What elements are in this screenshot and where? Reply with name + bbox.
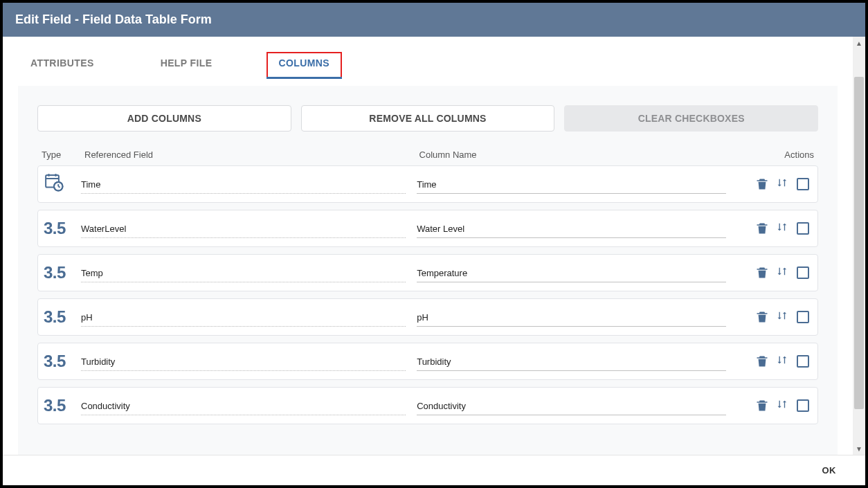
vertical-scrollbar[interactable]: ▲ ▼ [853, 37, 865, 455]
row-checkbox[interactable] [797, 178, 809, 190]
number-type-badge: 3.5 [44, 219, 66, 238]
column-name-value: Turbidity [417, 356, 451, 367]
number-type-badge: 3.5 [44, 307, 66, 327]
dialog-window: Edit Field - Field Data Table Form ATTRI… [3, 3, 865, 485]
scroll-up-icon[interactable]: ▲ [853, 37, 865, 49]
reorder-icon[interactable] [776, 266, 790, 280]
actions-cell [737, 266, 809, 280]
referenced-field-cell[interactable]: Temp [81, 268, 417, 278]
referenced-field-cell[interactable]: Conductivity [81, 401, 417, 411]
delete-icon[interactable] [755, 222, 769, 235]
type-cell [44, 172, 81, 197]
number-type-badge: 3.5 [44, 396, 66, 415]
delete-icon[interactable] [755, 310, 769, 324]
main-panel: ATTRIBUTES HELP FILE COLUMNS ADD COLUMNS… [3, 37, 853, 455]
table-row: 3.5WaterLevelWater Level [37, 210, 818, 247]
actions-cell [737, 310, 809, 324]
column-name-cell[interactable]: Time [417, 179, 737, 190]
row-checkbox[interactable] [797, 266, 809, 279]
referenced-field-value: Conductivity [81, 401, 130, 411]
tab-label: COLUMNS [279, 57, 330, 69]
type-cell: 3.5 [44, 352, 81, 371]
number-type-badge: 3.5 [44, 352, 66, 371]
referenced-field-value: Time [81, 179, 100, 190]
column-name-value: Conductivity [417, 401, 466, 411]
type-cell: 3.5 [44, 219, 81, 238]
tab-label: HELP FILE [161, 57, 213, 69]
header-column-name: Column Name [419, 150, 738, 160]
table-row: 3.5pHpH [37, 298, 818, 336]
delete-icon[interactable] [755, 266, 769, 280]
header-actions: Actions [738, 150, 814, 160]
toolbar: ADD COLUMNS REMOVE ALL COLUMNS CLEAR CHE… [37, 105, 818, 132]
type-cell: 3.5 [44, 307, 81, 327]
reorder-icon[interactable] [776, 310, 790, 324]
content-area: ATTRIBUTES HELP FILE COLUMNS ADD COLUMNS… [3, 37, 865, 455]
table-row: 3.5TempTemperature [37, 254, 818, 291]
tab-label: ATTRIBUTES [30, 57, 94, 69]
reorder-icon[interactable] [776, 222, 790, 235]
tab-help-file[interactable]: HELP FILE [148, 52, 225, 78]
scrollbar-thumb[interactable] [854, 77, 864, 409]
referenced-field-value: pH [81, 312, 93, 323]
referenced-field-value: WaterLevel [81, 224, 126, 234]
row-checkbox[interactable] [797, 311, 809, 323]
column-name-cell[interactable]: Turbidity [417, 356, 737, 367]
delete-icon[interactable] [755, 177, 769, 191]
header-type: Type [42, 150, 84, 160]
table-header: Type Referenced Field Column Name Action… [37, 150, 818, 165]
actions-cell [737, 399, 809, 413]
button-label: OK [822, 465, 837, 476]
number-type-badge: 3.5 [44, 263, 66, 282]
add-columns-button[interactable]: ADD COLUMNS [37, 105, 291, 132]
column-name-value: pH [417, 312, 428, 323]
row-checkbox[interactable] [797, 399, 809, 412]
reorder-icon[interactable] [776, 399, 790, 413]
column-name-value: Water Level [417, 224, 464, 234]
scroll-down-icon[interactable]: ▼ [853, 442, 865, 455]
tab-columns[interactable]: COLUMNS [266, 52, 343, 78]
dialog-title: Edit Field - Field Data Table Form [15, 12, 212, 26]
row-checkbox[interactable] [797, 222, 809, 235]
reorder-icon[interactable] [776, 354, 790, 368]
actions-cell [737, 177, 809, 191]
referenced-field-cell[interactable]: pH [81, 312, 417, 323]
column-name-cell[interactable]: Conductivity [417, 401, 737, 411]
clear-checkboxes-button[interactable]: CLEAR CHECKBOXES [564, 105, 818, 132]
tab-attributes[interactable]: ATTRIBUTES [18, 52, 107, 78]
header-referenced-field: Referenced Field [84, 150, 419, 160]
svg-line-7 [58, 186, 60, 188]
column-name-cell[interactable]: Water Level [417, 224, 737, 234]
column-name-value: Time [417, 179, 436, 190]
referenced-field-cell[interactable]: WaterLevel [81, 224, 417, 234]
button-label: CLEAR CHECKBOXES [638, 113, 745, 124]
tab-bar: ATTRIBUTES HELP FILE COLUMNS [18, 37, 838, 79]
column-name-cell[interactable]: pH [417, 312, 737, 323]
referenced-field-value: Temp [81, 268, 103, 278]
type-cell: 3.5 [44, 396, 81, 415]
table-row: TimeTime [37, 165, 818, 203]
delete-icon[interactable] [755, 399, 769, 413]
actions-cell [737, 222, 809, 235]
referenced-field-cell[interactable]: Turbidity [81, 356, 417, 367]
dialog-footer: OK [3, 455, 865, 485]
button-label: ADD COLUMNS [127, 113, 201, 124]
button-label: REMOVE ALL COLUMNS [369, 113, 486, 124]
table-row: 3.5TurbidityTurbidity [37, 343, 818, 380]
actions-cell [737, 354, 809, 368]
referenced-field-cell[interactable]: Time [81, 179, 417, 190]
remove-all-columns-button[interactable]: REMOVE ALL COLUMNS [301, 105, 555, 132]
table-body: TimeTime 3.5WaterLevelWater Level 3.5Tem… [37, 165, 818, 424]
row-checkbox[interactable] [797, 355, 809, 368]
columns-panel: ADD COLUMNS REMOVE ALL COLUMNS CLEAR CHE… [18, 86, 838, 455]
ok-button[interactable]: OK [813, 460, 847, 481]
referenced-field-value: Turbidity [81, 356, 115, 367]
type-cell: 3.5 [44, 263, 81, 282]
datetime-icon [44, 172, 64, 197]
dialog-title-bar: Edit Field - Field Data Table Form [3, 3, 865, 37]
column-name-value: Temperature [417, 268, 467, 278]
reorder-icon[interactable] [776, 177, 790, 191]
delete-icon[interactable] [755, 354, 769, 368]
table-row: 3.5ConductivityConductivity [37, 387, 818, 424]
column-name-cell[interactable]: Temperature [417, 268, 737, 278]
